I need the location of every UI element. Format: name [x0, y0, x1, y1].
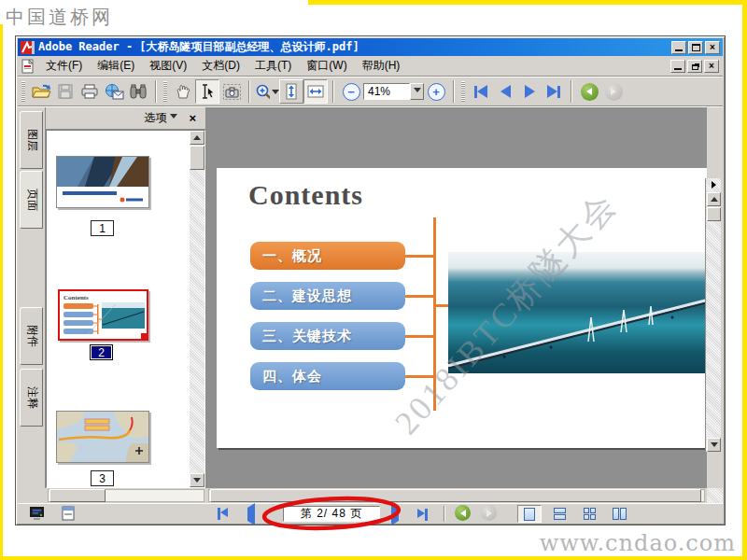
options-menu-button[interactable]: 选项: [144, 110, 177, 126]
search-button[interactable]: [126, 79, 150, 104]
slide-item-3: 三、关键技术: [250, 322, 405, 350]
layout-continuous-facing-button[interactable]: [607, 505, 631, 523]
maximize-icon: [692, 44, 700, 51]
arrow-down-icon: [711, 442, 718, 451]
previous-page-button[interactable]: [247, 508, 255, 521]
snapshot-tool-button[interactable]: [219, 79, 244, 104]
scroll-up-button[interactable]: [707, 192, 721, 206]
panel-close-button[interactable]: ×: [187, 111, 198, 125]
connector-line: [405, 295, 433, 298]
scrollbar-thumb[interactable]: [210, 489, 701, 502]
menu-document[interactable]: 文档(D): [194, 55, 247, 77]
toolbar-separator: [571, 80, 572, 103]
zoom-level-field[interactable]: 41%: [363, 83, 410, 100]
tab-pages[interactable]: 页面: [20, 171, 43, 229]
scroll-down-button[interactable]: [190, 473, 204, 487]
last-page-button[interactable]: [417, 508, 428, 521]
slide-title: Contents: [248, 179, 363, 211]
email-button[interactable]: [102, 79, 126, 104]
menu-window[interactable]: 窗口(W): [299, 55, 354, 77]
first-page-button[interactable]: [469, 79, 493, 104]
menu-help[interactable]: 帮助(H): [355, 55, 408, 77]
site-watermark-top: 中国道桥网: [6, 5, 113, 30]
zoom-tool-dropdown-icon[interactable]: [272, 90, 279, 98]
document-scrollbar[interactable]: [705, 178, 721, 452]
zoom-level-dropdown[interactable]: [410, 83, 424, 100]
zoom-in-button[interactable]: +: [424, 79, 448, 104]
zoom-in-icon: +: [428, 83, 445, 101]
document-horizontal-scrollbar[interactable]: [206, 488, 707, 503]
toolbar-grip[interactable]: [21, 81, 25, 102]
first-page-button[interactable]: [218, 508, 228, 523]
thumbnail-page-2[interactable]: Contents: [58, 289, 148, 341]
menu-edit[interactable]: 编辑(E): [90, 55, 142, 77]
thumbnail-page-3-label[interactable]: 3: [91, 470, 114, 486]
snapshot-camera-icon: [222, 83, 242, 101]
print-button[interactable]: [78, 79, 102, 104]
thumbnail-page-2-label[interactable]: 2: [90, 344, 113, 360]
previous-page-button[interactable]: [493, 79, 517, 104]
select-tool-button[interactable]: [195, 79, 219, 104]
layout-single-page-button[interactable]: [517, 505, 542, 523]
connector-line: [405, 335, 433, 338]
last-page-button[interactable]: [542, 79, 566, 104]
scrollbar-thumb[interactable]: [707, 207, 721, 221]
chevron-down-icon: [170, 114, 177, 122]
pages-panel: 选项 ×: [46, 107, 206, 488]
toolbar-grip[interactable]: [461, 81, 465, 102]
scroll-up-button[interactable]: [190, 131, 204, 145]
document-area[interactable]: Contents 一、概况 二、建设思想 三、关键技术 四、体会: [206, 107, 707, 488]
mdi-close-button[interactable]: ×: [704, 60, 719, 73]
fit-page-button[interactable]: [279, 79, 303, 104]
go-back-button[interactable]: [577, 79, 601, 104]
thumbnail-page-3-image: [57, 412, 148, 462]
layout-continuous-button[interactable]: [547, 505, 571, 523]
tab-comments[interactable]: 注释: [20, 369, 43, 427]
continuous-facing-icon: [613, 508, 627, 520]
page-view-button[interactable]: [61, 506, 76, 524]
go-forward-button[interactable]: [481, 505, 497, 521]
toolbar-overflow-button[interactable]: [707, 178, 721, 191]
go-back-button[interactable]: [455, 505, 471, 521]
menu-view[interactable]: 视图(V): [142, 55, 194, 77]
thumbnail-page-1[interactable]: [56, 156, 149, 208]
zoom-out-icon: −: [343, 83, 360, 101]
panel-horizontal-scrollbar[interactable]: [46, 488, 206, 503]
page-indicator-field[interactable]: 第 2/ 48 页: [283, 506, 380, 522]
thumbnail-page-1-label[interactable]: 1: [91, 220, 114, 236]
arrow-up-icon: [193, 132, 201, 140]
close-button[interactable]: ×: [705, 41, 720, 54]
page-number: 3: [99, 472, 106, 485]
scroll-down-button[interactable]: [707, 438, 721, 452]
hand-tool-button[interactable]: [171, 79, 195, 104]
thumbnail-scrollbar[interactable]: [190, 131, 204, 487]
fullscreen-button[interactable]: [29, 506, 46, 524]
scrollbar-thumb[interactable]: [49, 489, 106, 502]
menu-tools[interactable]: 工具(T): [247, 55, 299, 77]
pdf-page[interactable]: Contents 一、概况 二、建设思想 三、关键技术 四、体会: [217, 168, 707, 448]
tab-attachments[interactable]: 附件: [20, 307, 43, 365]
save-button[interactable]: [53, 79, 78, 104]
minimize-button[interactable]: [671, 41, 686, 54]
thumbnail-page-3[interactable]: [56, 411, 149, 463]
tab-layers[interactable]: 图层: [20, 111, 43, 169]
next-page-button[interactable]: [391, 508, 399, 521]
zoom-tool-button[interactable]: [255, 79, 279, 104]
site-watermark-bottom: www.cndao.com: [540, 530, 736, 556]
layout-buttons: [517, 505, 631, 523]
maximize-button[interactable]: [688, 41, 703, 54]
mdi-restore-button[interactable]: [687, 60, 702, 73]
layout-facing-button[interactable]: [577, 505, 601, 523]
connector-line: [436, 304, 448, 307]
open-button[interactable]: [29, 79, 53, 104]
menu-file[interactable]: 文件(F): [38, 55, 90, 77]
go-forward-button[interactable]: [601, 79, 626, 104]
zoom-out-button[interactable]: −: [339, 79, 363, 104]
fit-width-button[interactable]: [303, 79, 328, 104]
first-page-icon: [477, 85, 487, 98]
toolbar-grip[interactable]: [163, 81, 167, 102]
next-page-button[interactable]: [517, 79, 542, 104]
mdi-minimize-button[interactable]: [670, 60, 685, 73]
scrollbar-thumb[interactable]: [190, 146, 204, 170]
title-bar[interactable]: Adobe Reader - [大桥岛隧项目部副总经理、总设计师.pdf] ×: [18, 38, 723, 56]
